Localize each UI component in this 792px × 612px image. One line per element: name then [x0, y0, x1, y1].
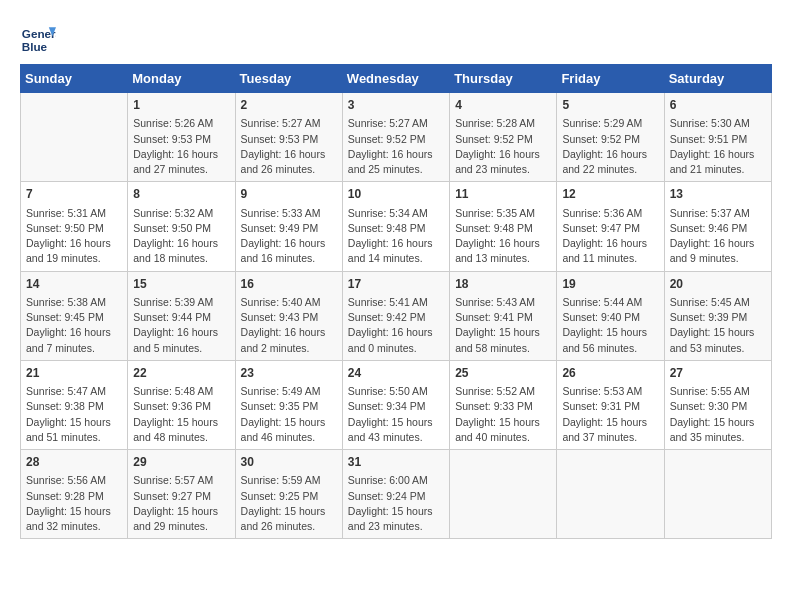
header-day-thursday: Thursday — [450, 65, 557, 93]
day-info: Sunrise: 5:52 AM Sunset: 9:33 PM Dayligh… — [455, 384, 551, 445]
header-area: General Blue — [20, 15, 772, 56]
header-day-saturday: Saturday — [664, 65, 771, 93]
calendar-cell: 6Sunrise: 5:30 AM Sunset: 9:51 PM Daylig… — [664, 93, 771, 182]
day-number: 18 — [455, 276, 551, 293]
calendar-table: SundayMondayTuesdayWednesdayThursdayFrid… — [20, 64, 772, 539]
svg-text:Blue: Blue — [22, 40, 48, 53]
calendar-cell: 13Sunrise: 5:37 AM Sunset: 9:46 PM Dayli… — [664, 182, 771, 271]
calendar-cell: 26Sunrise: 5:53 AM Sunset: 9:31 PM Dayli… — [557, 360, 664, 449]
calendar-cell — [664, 450, 771, 539]
day-info: Sunrise: 5:31 AM Sunset: 9:50 PM Dayligh… — [26, 206, 122, 267]
day-number: 20 — [670, 276, 766, 293]
day-info: Sunrise: 5:30 AM Sunset: 9:51 PM Dayligh… — [670, 116, 766, 177]
day-number: 3 — [348, 97, 444, 114]
calendar-cell: 31Sunrise: 6:00 AM Sunset: 9:24 PM Dayli… — [342, 450, 449, 539]
header-day-sunday: Sunday — [21, 65, 128, 93]
day-number: 24 — [348, 365, 444, 382]
calendar-cell: 28Sunrise: 5:56 AM Sunset: 9:28 PM Dayli… — [21, 450, 128, 539]
calendar-cell: 22Sunrise: 5:48 AM Sunset: 9:36 PM Dayli… — [128, 360, 235, 449]
day-info: Sunrise: 5:36 AM Sunset: 9:47 PM Dayligh… — [562, 206, 658, 267]
day-number: 21 — [26, 365, 122, 382]
calendar-cell: 27Sunrise: 5:55 AM Sunset: 9:30 PM Dayli… — [664, 360, 771, 449]
day-number: 13 — [670, 186, 766, 203]
day-info: Sunrise: 5:32 AM Sunset: 9:50 PM Dayligh… — [133, 206, 229, 267]
calendar-cell — [557, 450, 664, 539]
day-number: 23 — [241, 365, 337, 382]
day-number: 10 — [348, 186, 444, 203]
calendar-cell: 2Sunrise: 5:27 AM Sunset: 9:53 PM Daylig… — [235, 93, 342, 182]
day-number: 19 — [562, 276, 658, 293]
day-number: 8 — [133, 186, 229, 203]
header-day-friday: Friday — [557, 65, 664, 93]
calendar-cell: 1Sunrise: 5:26 AM Sunset: 9:53 PM Daylig… — [128, 93, 235, 182]
calendar-cell: 25Sunrise: 5:52 AM Sunset: 9:33 PM Dayli… — [450, 360, 557, 449]
day-info: Sunrise: 5:39 AM Sunset: 9:44 PM Dayligh… — [133, 295, 229, 356]
calendar-cell: 18Sunrise: 5:43 AM Sunset: 9:41 PM Dayli… — [450, 271, 557, 360]
day-info: Sunrise: 5:47 AM Sunset: 9:38 PM Dayligh… — [26, 384, 122, 445]
day-info: Sunrise: 5:59 AM Sunset: 9:25 PM Dayligh… — [241, 473, 337, 534]
calendar-cell: 23Sunrise: 5:49 AM Sunset: 9:35 PM Dayli… — [235, 360, 342, 449]
week-row-2: 7Sunrise: 5:31 AM Sunset: 9:50 PM Daylig… — [21, 182, 772, 271]
calendar-cell: 3Sunrise: 5:27 AM Sunset: 9:52 PM Daylig… — [342, 93, 449, 182]
day-number: 11 — [455, 186, 551, 203]
calendar-cell: 19Sunrise: 5:44 AM Sunset: 9:40 PM Dayli… — [557, 271, 664, 360]
week-row-1: 1Sunrise: 5:26 AM Sunset: 9:53 PM Daylig… — [21, 93, 772, 182]
calendar-cell: 24Sunrise: 5:50 AM Sunset: 9:34 PM Dayli… — [342, 360, 449, 449]
header-day-tuesday: Tuesday — [235, 65, 342, 93]
day-number: 28 — [26, 454, 122, 471]
calendar-cell: 21Sunrise: 5:47 AM Sunset: 9:38 PM Dayli… — [21, 360, 128, 449]
day-info: Sunrise: 5:37 AM Sunset: 9:46 PM Dayligh… — [670, 206, 766, 267]
day-number: 22 — [133, 365, 229, 382]
calendar-cell: 11Sunrise: 5:35 AM Sunset: 9:48 PM Dayli… — [450, 182, 557, 271]
day-info: Sunrise: 5:38 AM Sunset: 9:45 PM Dayligh… — [26, 295, 122, 356]
day-info: Sunrise: 5:53 AM Sunset: 9:31 PM Dayligh… — [562, 384, 658, 445]
day-number: 14 — [26, 276, 122, 293]
calendar-cell: 10Sunrise: 5:34 AM Sunset: 9:48 PM Dayli… — [342, 182, 449, 271]
day-info: Sunrise: 5:26 AM Sunset: 9:53 PM Dayligh… — [133, 116, 229, 177]
day-number: 15 — [133, 276, 229, 293]
day-number: 17 — [348, 276, 444, 293]
day-info: Sunrise: 5:44 AM Sunset: 9:40 PM Dayligh… — [562, 295, 658, 356]
header-day-monday: Monday — [128, 65, 235, 93]
calendar-cell: 8Sunrise: 5:32 AM Sunset: 9:50 PM Daylig… — [128, 182, 235, 271]
calendar-cell: 16Sunrise: 5:40 AM Sunset: 9:43 PM Dayli… — [235, 271, 342, 360]
day-number: 4 — [455, 97, 551, 114]
day-number: 26 — [562, 365, 658, 382]
calendar-cell: 20Sunrise: 5:45 AM Sunset: 9:39 PM Dayli… — [664, 271, 771, 360]
day-info: Sunrise: 5:33 AM Sunset: 9:49 PM Dayligh… — [241, 206, 337, 267]
day-number: 7 — [26, 186, 122, 203]
calendar-cell: 7Sunrise: 5:31 AM Sunset: 9:50 PM Daylig… — [21, 182, 128, 271]
day-number: 29 — [133, 454, 229, 471]
calendar-cell: 15Sunrise: 5:39 AM Sunset: 9:44 PM Dayli… — [128, 271, 235, 360]
week-row-3: 14Sunrise: 5:38 AM Sunset: 9:45 PM Dayli… — [21, 271, 772, 360]
day-info: Sunrise: 5:35 AM Sunset: 9:48 PM Dayligh… — [455, 206, 551, 267]
calendar-cell: 29Sunrise: 5:57 AM Sunset: 9:27 PM Dayli… — [128, 450, 235, 539]
calendar-cell — [450, 450, 557, 539]
calendar-cell: 12Sunrise: 5:36 AM Sunset: 9:47 PM Dayli… — [557, 182, 664, 271]
day-info: Sunrise: 5:48 AM Sunset: 9:36 PM Dayligh… — [133, 384, 229, 445]
day-info: Sunrise: 5:28 AM Sunset: 9:52 PM Dayligh… — [455, 116, 551, 177]
calendar-cell: 30Sunrise: 5:59 AM Sunset: 9:25 PM Dayli… — [235, 450, 342, 539]
day-info: Sunrise: 5:49 AM Sunset: 9:35 PM Dayligh… — [241, 384, 337, 445]
week-row-4: 21Sunrise: 5:47 AM Sunset: 9:38 PM Dayli… — [21, 360, 772, 449]
day-info: Sunrise: 5:41 AM Sunset: 9:42 PM Dayligh… — [348, 295, 444, 356]
day-info: Sunrise: 5:29 AM Sunset: 9:52 PM Dayligh… — [562, 116, 658, 177]
calendar-cell — [21, 93, 128, 182]
day-number: 16 — [241, 276, 337, 293]
day-number: 27 — [670, 365, 766, 382]
week-row-5: 28Sunrise: 5:56 AM Sunset: 9:28 PM Dayli… — [21, 450, 772, 539]
day-number: 5 — [562, 97, 658, 114]
day-number: 31 — [348, 454, 444, 471]
header-row: SundayMondayTuesdayWednesdayThursdayFrid… — [21, 65, 772, 93]
day-info: Sunrise: 5:40 AM Sunset: 9:43 PM Dayligh… — [241, 295, 337, 356]
day-info: Sunrise: 5:45 AM Sunset: 9:39 PM Dayligh… — [670, 295, 766, 356]
day-info: Sunrise: 5:56 AM Sunset: 9:28 PM Dayligh… — [26, 473, 122, 534]
day-info: Sunrise: 5:43 AM Sunset: 9:41 PM Dayligh… — [455, 295, 551, 356]
calendar-cell: 5Sunrise: 5:29 AM Sunset: 9:52 PM Daylig… — [557, 93, 664, 182]
logo: General Blue — [20, 20, 60, 56]
calendar-cell: 9Sunrise: 5:33 AM Sunset: 9:49 PM Daylig… — [235, 182, 342, 271]
day-number: 25 — [455, 365, 551, 382]
logo-icon: General Blue — [20, 20, 56, 56]
day-number: 9 — [241, 186, 337, 203]
calendar-cell: 4Sunrise: 5:28 AM Sunset: 9:52 PM Daylig… — [450, 93, 557, 182]
